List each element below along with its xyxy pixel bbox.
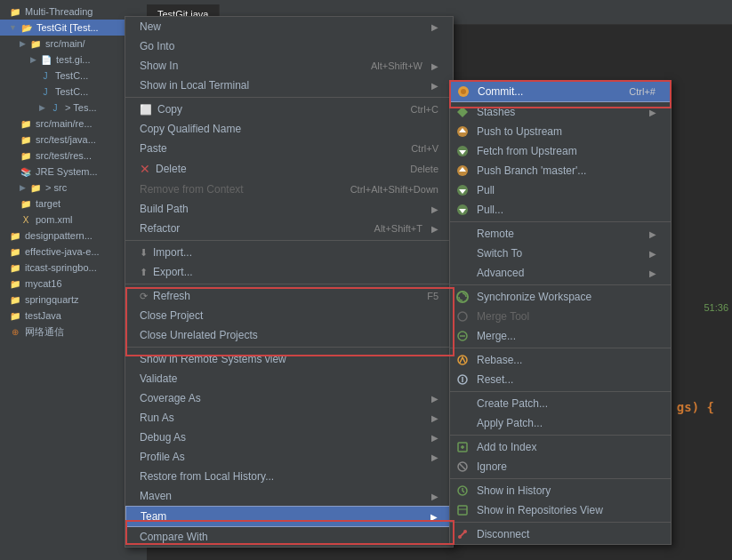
- cm-right-remote[interactable]: Remote ▶: [450, 224, 671, 244]
- tree-item-label: itcast-springbo...: [25, 262, 97, 273]
- java-icon: J: [39, 69, 52, 82]
- cm-right-reset[interactable]: Reset...: [450, 370, 671, 389]
- tree-item-label: designpattern...: [25, 230, 93, 241]
- cm-separator-3: [125, 284, 453, 284]
- folder-icon: 📁: [20, 197, 32, 210]
- tree-item-label: TestC...: [55, 86, 88, 97]
- tree-item-label: Multi-Threading: [25, 6, 93, 17]
- tree-item-label: springquartz: [25, 294, 79, 305]
- cm-right-show-history[interactable]: Show in History: [450, 481, 671, 500]
- tree-item-label: TestGit [Test...: [36, 22, 99, 33]
- cm-right-push-upstream[interactable]: Push to Upstream: [450, 122, 671, 141]
- cm-go-into[interactable]: Go Into: [125, 36, 453, 56]
- cm-right-disconnect[interactable]: Disconnect: [450, 524, 671, 544]
- svg-line-24: [460, 464, 465, 469]
- cm-right-sep-7: [450, 522, 671, 523]
- cm-right-create-patch[interactable]: Create Patch...: [450, 394, 671, 413]
- export-icon: ⬆: [140, 267, 148, 278]
- push-icon: [455, 124, 470, 139]
- project-icon: 📁: [9, 277, 21, 290]
- project-icon: ⊕: [9, 326, 21, 339]
- cm-delete[interactable]: ✕ Delete Delete: [125, 158, 453, 180]
- cm-right-switch-to[interactable]: Switch To ▶: [450, 244, 671, 263]
- cm-show-local-terminal[interactable]: Show in Local Terminal ▶: [125, 76, 453, 95]
- cm-show-remote[interactable]: Show in Remote Systems view: [125, 349, 453, 369]
- cm-close-project[interactable]: Close Project: [125, 306, 453, 325]
- tree-item-label: effective-java-e...: [25, 246, 100, 257]
- cm-restore-history[interactable]: Restore from Local History...: [125, 467, 453, 486]
- cm-build-path[interactable]: Build Path ▶: [125, 199, 453, 219]
- cm-right-rebase[interactable]: Rebase...: [450, 350, 671, 370]
- cm-compare-with[interactable]: Compare With: [125, 527, 453, 547]
- cm-copy-qualified[interactable]: Copy Qualified Name: [125, 119, 453, 139]
- expand-arrow: ▶: [30, 55, 36, 64]
- cm-show-in[interactable]: Show In Alt+Shift+W ▶: [125, 56, 453, 76]
- svg-point-29: [458, 535, 462, 539]
- delete-icon: ✕: [140, 162, 150, 176]
- cm-close-unrelated[interactable]: Close Unrelated Projects: [125, 325, 453, 345]
- cm-right-fetch-upstream[interactable]: Fetch from Upstream: [450, 141, 671, 161]
- merge-tool-icon: [455, 309, 470, 324]
- cm-export[interactable]: ⬆ Export...: [125, 262, 453, 282]
- cm-right-sync[interactable]: Synchronize Workspace: [450, 287, 671, 307]
- expand-arrow: ▶: [20, 39, 26, 48]
- tree-item-label: TestC...: [55, 70, 88, 81]
- ignore-icon: [455, 460, 470, 474]
- project-icon: 📁: [9, 293, 21, 306]
- copy-icon: ⬜: [140, 104, 152, 116]
- cm-right-advanced[interactable]: Advanced ▶: [450, 263, 671, 283]
- commit-icon: [456, 84, 471, 99]
- cm-profile-as[interactable]: Profile As ▶: [125, 447, 453, 467]
- cm-right-merge-tool: Merge Tool: [450, 307, 671, 326]
- cm-separator-4: [125, 347, 453, 348]
- context-menu-team-submenu: Commit... Ctrl+# Stashes ▶ Push to Upstr…: [449, 80, 672, 545]
- cm-right-sep-1: [450, 221, 671, 222]
- expand-arrow: ▶: [20, 183, 26, 192]
- folder-icon: 📁: [29, 181, 42, 194]
- disconnect-icon: [455, 527, 470, 541]
- project-icon: 📂: [20, 21, 33, 34]
- cm-right-sep-5: [450, 435, 671, 436]
- cm-import[interactable]: ⬇ Import...: [125, 243, 453, 262]
- java-icon: J: [49, 101, 61, 114]
- tree-item-label: src/test/java...: [36, 134, 96, 145]
- tree-item-label: JRE System...: [36, 166, 98, 177]
- folder-icon: 📁: [20, 133, 32, 146]
- cm-right-sep-3: [450, 348, 671, 348]
- project-icon: 📁: [9, 229, 21, 242]
- tree-item-label: target: [36, 198, 60, 209]
- cm-validate[interactable]: Validate: [125, 369, 453, 388]
- tree-item-label: src/main/: [45, 38, 85, 49]
- pull-dots-icon: [455, 203, 470, 217]
- cm-right-ignore[interactable]: Ignore: [450, 457, 671, 476]
- tree-item-label: 网络通信: [25, 325, 64, 339]
- cm-right-pull[interactable]: Pull: [450, 180, 671, 200]
- svg-rect-26: [458, 506, 467, 515]
- cm-right-pull-dots[interactable]: Pull...: [450, 200, 671, 220]
- svg-point-1: [461, 89, 466, 94]
- reset-icon: [455, 372, 470, 387]
- cm-refactor[interactable]: Refactor Alt+Shift+T ▶: [125, 219, 453, 238]
- cm-maven[interactable]: Maven ▶: [125, 486, 453, 506]
- tree-item-label: mycat16: [25, 278, 62, 289]
- cm-debug-as[interactable]: Debug As ▶: [125, 428, 453, 447]
- cm-paste[interactable]: Paste Ctrl+V: [125, 139, 453, 158]
- project-icon: 📁: [9, 309, 21, 322]
- tree-item-label: src/main/re...: [36, 118, 93, 129]
- cm-right-stashes[interactable]: Stashes ▶: [450, 102, 671, 122]
- cm-right-commit[interactable]: Commit... Ctrl+#: [450, 81, 671, 102]
- tree-item-label: testJava: [25, 310, 61, 321]
- tree-item-label: > Tes...: [65, 102, 97, 113]
- cm-copy[interactable]: ⬜ Copy Ctrl+C: [125, 100, 453, 119]
- cm-run-as[interactable]: Run As ▶: [125, 408, 453, 428]
- cm-team[interactable]: Team ▶: [125, 506, 453, 527]
- cm-refresh[interactable]: ⟳ Refresh F5: [125, 286, 453, 306]
- cm-right-add-index[interactable]: Add to Index: [450, 437, 671, 457]
- cm-right-merge[interactable]: Merge...: [450, 326, 671, 346]
- cm-right-apply-patch[interactable]: Apply Patch...: [450, 413, 671, 433]
- stash-icon: [455, 105, 470, 119]
- cm-right-show-repos[interactable]: Show in Repositories View: [450, 500, 671, 520]
- cm-new[interactable]: New ▶: [125, 17, 453, 36]
- cm-right-push-branch[interactable]: Push Branch 'master'...: [450, 161, 671, 180]
- cm-coverage-as[interactable]: Coverage As ▶: [125, 388, 453, 408]
